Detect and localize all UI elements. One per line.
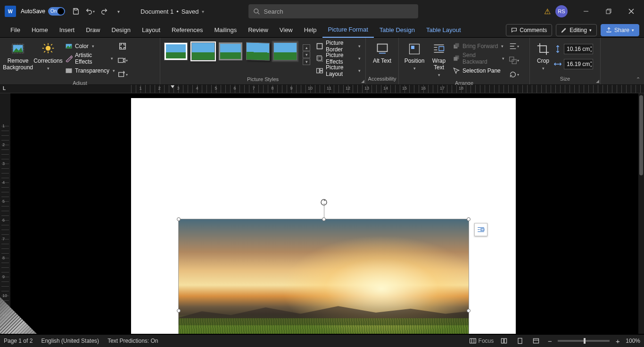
size-dialog-launcher[interactable]: ◢ [596,79,599,83]
svg-rect-33 [518,338,522,343]
group-arrange: Position▾ Wrap Text▾ Bring Forward▾ Send… [399,38,530,84]
tab-references[interactable]: References [166,23,208,38]
svg-rect-21 [320,71,323,73]
close-button[interactable] [620,4,642,19]
svg-rect-15 [119,73,124,77]
style-thumb[interactable] [219,42,242,60]
resize-handle[interactable] [467,309,471,313]
search-icon [253,8,260,15]
svg-rect-13 [120,43,126,50]
web-layout-button[interactable] [530,336,542,346]
color-button[interactable]: Color▾ [63,41,115,52]
tab-picture-format[interactable]: Picture Format [322,23,374,38]
collapse-ribbon-button[interactable]: ⌃ [636,76,640,83]
style-thumb[interactable] [164,42,188,60]
tab-design[interactable]: Design [106,23,136,38]
tab-home[interactable]: Home [26,23,54,38]
svg-rect-22 [377,44,387,52]
tab-draw[interactable]: Draw [80,23,106,38]
compress-picture-button[interactable] [116,41,129,52]
focus-mode-button[interactable]: Focus [469,336,494,346]
zoom-in-button[interactable]: + [614,337,621,345]
style-thumb[interactable] [246,42,270,61]
artistic-effects-button[interactable]: Artistic Effects▾ [63,53,115,64]
selected-picture[interactable] [179,219,469,334]
style-thumb[interactable] [191,42,215,60]
autosave-toggle[interactable]: AutoSave On [21,7,65,16]
selection-pane-button[interactable]: Selection Pane [451,65,506,76]
styles-dialog-launcher[interactable]: ◢ [361,79,364,83]
user-avatar[interactable]: RS [555,5,568,17]
svg-rect-14 [118,58,124,63]
comments-button[interactable]: Comments [506,24,552,36]
vertical-scrollbar[interactable] [638,93,644,334]
tab-review[interactable]: Review [242,23,274,38]
svg-rect-30 [512,59,516,64]
tab-layout[interactable]: Layout [136,23,166,38]
tab-table-layout[interactable]: Table Layout [421,23,467,38]
save-button[interactable] [70,5,82,17]
bring-forward-button[interactable]: Bring Forward▾ [451,41,506,52]
undo-button[interactable]: ▾ [84,5,96,17]
zoom-out-button[interactable]: − [546,337,553,345]
height-field[interactable]: 10.16 cm▴▾ [553,43,593,55]
resize-handle[interactable] [467,217,471,221]
transparency-button[interactable]: Transparency▾ [63,65,115,76]
vertical-ruler[interactable]: 1234567891011 [0,93,10,334]
layout-options-button[interactable] [474,223,487,236]
share-button[interactable]: Share▾ [601,24,639,36]
align-button[interactable]: ▾ [507,41,520,52]
status-bar: Page 1 of 2 English (United States) Text… [0,335,644,347]
crop-button[interactable]: Crop▾ [533,40,553,71]
page-indicator[interactable]: Page 1 of 2 [4,338,33,344]
style-thumb[interactable] [273,42,297,60]
picture-effects-button[interactable]: Picture Effects▾ [314,53,363,64]
warning-icon[interactable]: ⚠ [544,7,551,16]
svg-rect-2 [606,10,610,14]
indent-marker[interactable] [170,85,175,93]
corrections-button[interactable]: Corrections▾ [33,40,63,71]
alt-text-button[interactable]: Alt Text [369,40,396,65]
picture-layout-button[interactable]: Picture Layout▾ [314,65,363,76]
zoom-slider[interactable] [558,340,610,342]
rotate-handle[interactable] [319,198,329,207]
width-field[interactable]: 16.19 cm▴▾ [553,58,593,70]
zoom-level[interactable]: 100% [626,338,640,344]
tab-file[interactable]: File [5,23,26,38]
resize-handle[interactable] [177,217,181,221]
reset-picture-button[interactable]: ▾ [116,69,129,80]
minimize-button[interactable] [575,4,597,19]
width-icon [553,60,562,68]
resize-handle[interactable] [177,309,181,313]
tab-insert[interactable]: Insert [54,23,81,38]
picture-border-button[interactable]: Picture Border▾ [314,41,363,52]
text-predictions-indicator[interactable]: Text Predictions: On [107,338,158,344]
group-button[interactable]: ▾ [507,55,520,66]
send-backward-button[interactable]: Send Backward▾ [451,53,506,64]
wrap-text-button[interactable]: Wrap Text▾ [427,40,451,77]
picture-styles-gallery[interactable]: ▴ ▾ ▾ [163,40,311,70]
read-mode-button[interactable] [498,336,510,346]
horizontal-ruler[interactable]: L 123456789101112131415161718 [0,85,644,93]
position-button[interactable]: Position▾ [402,40,427,71]
tab-mailings[interactable]: Mailings [209,23,243,38]
document-title[interactable]: Document 1 • Saved ▾ [140,8,204,15]
search-input[interactable]: Search [248,4,418,18]
resize-handle[interactable] [322,217,326,221]
redo-button[interactable] [98,5,110,17]
qat-customize-button[interactable]: ▾ [112,5,124,17]
print-layout-button[interactable] [514,336,526,346]
maximize-button[interactable] [598,4,619,19]
gallery-more-button[interactable]: ▾ [303,58,310,65]
language-indicator[interactable]: English (United States) [41,338,99,344]
gallery-up-button[interactable]: ▴ [303,44,310,51]
editing-mode-button[interactable]: Editing▾ [556,24,597,36]
tab-view[interactable]: View [274,23,298,38]
gallery-down-button[interactable]: ▾ [303,51,310,58]
rotate-button[interactable]: ▾ [507,69,520,80]
tab-help[interactable]: Help [298,23,322,38]
title-bar: W AutoSave On ▾ ▾ Document 1 • Saved ▾ S… [0,0,644,23]
tab-table-design[interactable]: Table Design [374,23,421,38]
change-picture-button[interactable]: ▾ [116,55,129,66]
remove-background-button[interactable]: Remove Background [3,40,33,71]
